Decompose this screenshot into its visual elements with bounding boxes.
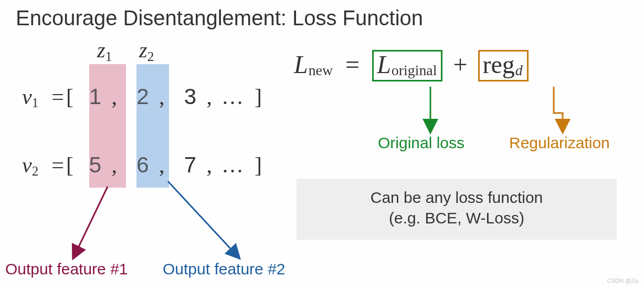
note-line-1: Can be any loss function xyxy=(302,187,611,208)
vector-v2: v2 =[ 5,6,7,… ] xyxy=(22,152,262,179)
z2-label: z2 xyxy=(139,38,154,65)
regularization-callout: Regularization xyxy=(509,134,610,152)
arrow-feature-2 xyxy=(168,181,239,258)
vector-v1: v1 =[ 1,2,3,… ] xyxy=(22,84,262,110)
feature-1-label: Output feature #1 xyxy=(5,260,128,278)
note-box: Can be any loss function (e.g. BCE, W-Lo… xyxy=(297,179,617,240)
arrow-regularization xyxy=(554,87,563,131)
regularization-term: regd xyxy=(478,50,529,81)
slide-title: Encourage Disentanglement: Loss Function xyxy=(16,6,423,30)
z1-label: z1 xyxy=(97,38,112,65)
watermark: CSDN @Ziy. xyxy=(607,278,640,284)
loss-equation: Lnew = Loriginal + regd xyxy=(294,50,529,81)
original-loss-term: Loriginal xyxy=(372,50,442,81)
arrow-feature-1 xyxy=(73,187,108,258)
feature-2-label: Output feature #2 xyxy=(163,260,286,278)
original-loss-callout: Original loss xyxy=(378,134,464,152)
note-line-2: (e.g. BCE, W-Loss) xyxy=(302,208,611,228)
